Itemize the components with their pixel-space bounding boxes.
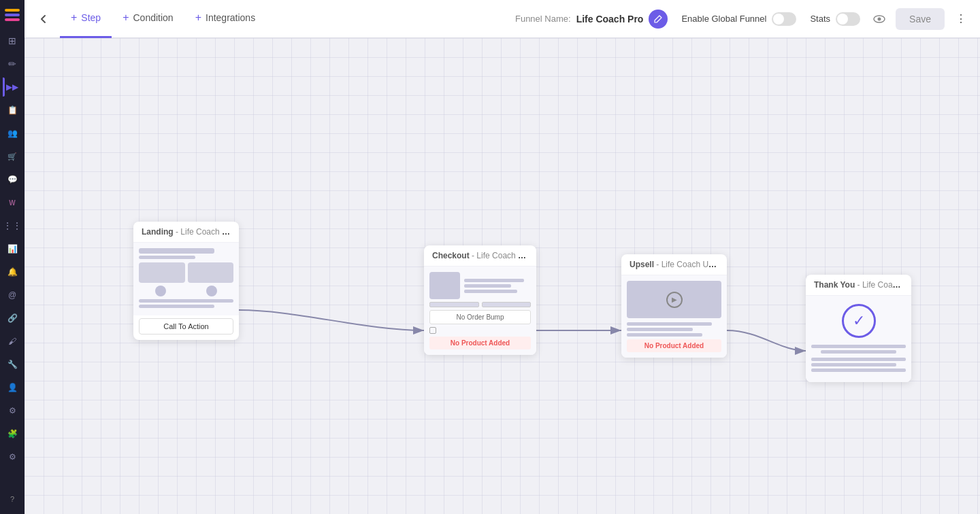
funnel-name-value: Life Coach Pro [576,14,644,24]
condition-tab-label: Condition [133,12,174,23]
chart-icon[interactable]: 📊 [3,239,22,258]
step-tab-label: Step [81,12,101,23]
svg-rect-2 [5,18,20,21]
checkout-subtitle: - Life Coach Ch... [472,251,535,260]
checkout-no-product: No Product Added [429,337,531,349]
upsell-type: Upsell [630,260,654,269]
enable-global-label: Enable Global Funnel [681,14,766,24]
thankyou-preview: ✓ [806,296,911,382]
thankyou-type: Thank You [814,280,855,290]
cart-icon[interactable]: 🛒 [3,147,22,166]
tab-integrations[interactable]: + Integrations [184,0,267,38]
stats-toggle[interactable] [836,12,860,26]
connector-upsell-thankyou [727,330,806,351]
tab-step[interactable]: + Step [60,0,112,38]
landing-type: Landing [142,227,174,237]
step-tab-plus: + [71,12,77,24]
settings-icon[interactable]: ⚙ [3,447,22,466]
checkout-checkbox [429,327,436,334]
upsell-node[interactable]: Upsell - Life Coach Up... ▶ No Product A… [621,254,727,358]
contacts-icon[interactable]: 👥 [3,124,22,143]
menu-grid-icon[interactable]: ⋮⋮ [3,216,22,235]
landing-subtitle: - Life Coach Lan... [176,227,239,237]
upsell-preview: ▶ No Product Added [621,275,727,358]
integrations-tab-plus: + [195,12,201,24]
funnel-name-section: Funnel Name: Life Coach Pro [515,10,668,29]
funnel-icon[interactable]: ▶▶ [3,78,22,97]
svg-rect-0 [5,9,20,12]
back-button[interactable] [33,8,54,30]
no-order-bump-label: No Order Bump [429,310,531,324]
upsell-node-header: Upsell - Life Coach Up... [621,254,727,275]
thankyou-node-header: Thank You - Life Coach Tha... [806,275,911,296]
tool-icon[interactable]: 🔧 [3,355,22,374]
edit-funnel-name-button[interactable] [649,10,668,29]
thankyou-subtitle: - Life Coach Tha... [858,280,911,290]
brush-icon[interactable]: 🖌 [3,332,22,351]
more-options-button[interactable]: ⋮ [950,8,972,30]
enable-global-toggle[interactable] [772,12,796,26]
stats-section: Stats [810,12,860,26]
condition-tab-plus: + [122,12,129,24]
landing-node-header: Landing - Life Coach Lan... [133,222,239,243]
stats-label: Stats [810,14,830,24]
at-icon[interactable]: @ [3,286,22,305]
funnel-name-label: Funnel Name: [515,14,571,24]
connector-landing-checkout [239,310,424,330]
preview-button[interactable] [868,8,890,30]
checkout-node-header: Checkout - Life Coach Ch... [424,245,536,267]
user-icon[interactable]: 👤 [3,378,22,397]
pencil-icon[interactable]: ✏ [3,54,22,73]
landing-node[interactable]: Landing - Life Coach Lan... [133,222,239,340]
pages-icon[interactable]: 📋 [3,101,22,120]
link-icon[interactable]: 🔗 [3,309,22,328]
checkout-type: Checkout [432,251,470,260]
checkout-node[interactable]: Checkout - Life Coach Ch... [424,245,536,355]
woo-icon[interactable]: W [3,193,22,212]
play-icon: ▶ [666,292,683,308]
upsell-subtitle: - Life Coach Up... [656,260,719,269]
svg-point-4 [878,17,881,20]
topbar-actions: Save ⋮ [868,8,972,30]
integrations-tab-label: Integrations [206,12,255,23]
sidebar: ⊞ ✏ ▶▶ 📋 👥 🛒 💬 W ⋮⋮ 📊 🔔 @ 🔗 🖌 🔧 👤 ⚙ 🧩 ⚙ … [0,0,24,514]
checkout-preview: No Order Bump No Product Added [424,267,536,355]
landing-preview [133,243,239,315]
feedback-icon[interactable]: 💬 [3,170,22,189]
upsell-video-thumb: ▶ [627,281,721,318]
help-icon[interactable]: ? [3,490,22,509]
logo-icon[interactable] [3,5,22,24]
plugin-icon[interactable]: 🧩 [3,424,22,443]
checkmark-icon: ✓ [842,304,876,338]
cta-button[interactable]: Call To Action [139,318,233,335]
topbar: + Step + Condition + Integrations Funnel… [24,0,980,38]
wrench-icon[interactable]: ⚙ [3,401,22,420]
save-button[interactable]: Save [896,8,945,30]
tab-condition[interactable]: + Condition [112,0,184,38]
thankyou-node[interactable]: Thank You - Life Coach Tha... ✓ [806,275,911,382]
bell-icon[interactable]: 🔔 [3,262,22,281]
dashboard-icon[interactable]: ⊞ [3,31,22,50]
upsell-no-product: No Product Added [627,339,721,352]
enable-global-section: Enable Global Funnel [681,12,796,26]
svg-rect-1 [5,14,20,16]
funnel-canvas: Landing - Life Coach Lan... [24,38,980,514]
